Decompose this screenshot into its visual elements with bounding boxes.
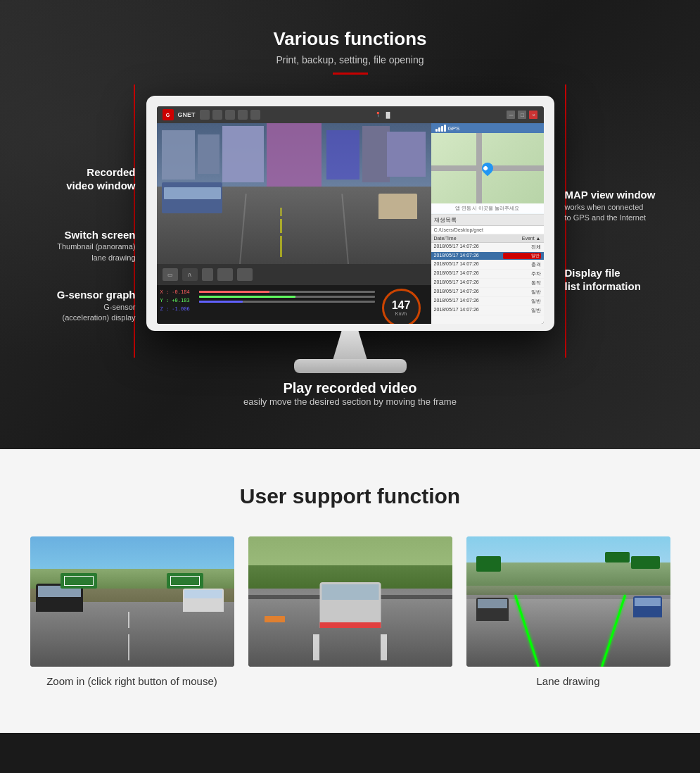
gsensor-x: X : -0.184 xyxy=(160,289,190,295)
toolbar-icon-5[interactable] xyxy=(250,110,260,120)
file-row-0[interactable]: 2018/05/17 14:07:26 전체 xyxy=(431,243,544,252)
img2-line-r xyxy=(381,634,387,660)
gsensor-y-line xyxy=(199,296,296,298)
title-underline xyxy=(333,73,368,75)
col-date: Date/Time xyxy=(434,236,505,241)
img3-sign3 xyxy=(605,552,630,563)
switch-screen-bar: ▭ /\ xyxy=(157,264,431,285)
speed-value: 147 xyxy=(392,300,411,311)
gps-pin xyxy=(482,163,493,174)
img3-sign1 xyxy=(476,556,501,572)
pickup-window xyxy=(184,590,222,598)
annotation-switch-screen: Switch screen Thumbnail (panorama)lane d… xyxy=(13,228,136,263)
file-row-5[interactable]: 2018/05/17 14:07:26 일반 xyxy=(431,288,544,297)
switch-btn-5[interactable] xyxy=(237,268,253,281)
toolbar-icon-1[interactable] xyxy=(200,110,210,120)
pin-shape xyxy=(479,161,495,177)
img1-sign-left xyxy=(61,573,97,589)
switch-btn-3[interactable] xyxy=(202,268,213,281)
gsensor-title: G-sensor graph xyxy=(13,288,136,302)
img2-truck xyxy=(319,582,381,628)
right-panel: GPS xyxy=(431,123,544,324)
functions-subtitle: Print, backup, setting, file opening xyxy=(0,54,700,65)
recorded-video-title: Recordedvideo window xyxy=(13,165,136,193)
annotation-recorded-video: Recordedvideo window xyxy=(13,165,136,193)
gsensor-sub: G-sensor(acceleration) display xyxy=(13,302,136,324)
speedo-circle: 147 Km/h xyxy=(382,289,421,324)
support-item-zoom: Zoom in (click right button of mouse) xyxy=(30,536,234,691)
support-item-lane: Lane drawing xyxy=(466,536,670,691)
close-btn[interactable]: × xyxy=(529,111,537,119)
gsensor-baseline xyxy=(199,291,375,293)
zoom-label: Zoom in (click right button of mouse) xyxy=(30,675,234,687)
main-video-panel: ▭ /\ xyxy=(157,123,431,324)
speedometer: 147 Km/h xyxy=(378,289,424,324)
brand-icon: G xyxy=(163,109,174,120)
img1-line2 xyxy=(128,612,129,627)
toolbar-icons xyxy=(200,110,260,120)
building-3 xyxy=(222,126,264,182)
building-7 xyxy=(387,132,426,177)
file-event-1: 일반 xyxy=(503,253,540,259)
minimize-btn[interactable]: ─ xyxy=(507,111,515,119)
play-section: Play recorded video easily move the desi… xyxy=(146,380,554,407)
file-row-6[interactable]: 2018/05/17 14:07:26 일반 xyxy=(431,297,544,306)
switch-btn-4[interactable] xyxy=(217,268,233,281)
file-date-6: 2018/05/17 14:07:26 xyxy=(434,298,505,305)
annotation-display-file: Display filelist information xyxy=(565,266,688,294)
road-vertical xyxy=(476,133,482,203)
video-display xyxy=(157,123,431,264)
truck-window xyxy=(322,584,378,601)
switch-screen-title: Switch screen xyxy=(13,228,136,242)
switch-btn-1[interactable]: ▭ xyxy=(163,268,178,281)
building-6 xyxy=(362,126,390,182)
top-section: Various functions Print, backup, setting… xyxy=(0,0,700,449)
maximize-btn[interactable]: □ xyxy=(518,111,526,119)
file-event-6: 일반 xyxy=(505,298,541,305)
car-right xyxy=(378,194,417,219)
file-path: C:/Users/Desktop/gnet xyxy=(431,226,544,234)
toolbar-icon-2[interactable] xyxy=(212,110,222,120)
file-row-7[interactable]: 2018/05/17 14:07:26 일반 xyxy=(431,306,544,315)
software-titlebar: G GNET xyxy=(157,106,544,123)
lane-mark-1 xyxy=(280,236,282,257)
file-event-5: 일반 xyxy=(505,289,541,296)
gsensor-z-line xyxy=(199,301,243,303)
img3-car-right xyxy=(633,596,662,617)
building-2 xyxy=(198,134,219,174)
right-annotations: MAP view window works when connectedto G… xyxy=(554,181,688,321)
file-date-3: 2018/05/17 14:07:26 xyxy=(434,270,505,277)
rear-label xyxy=(248,675,452,691)
stand-neck xyxy=(329,331,371,359)
speed-unit: Km/h xyxy=(395,311,407,316)
file-row-2[interactable]: 2018/05/17 14:07:26 충격 xyxy=(431,260,544,270)
map-view-title: MAP view window xyxy=(565,188,688,202)
monitor-container: G GNET xyxy=(146,96,554,407)
gps-instruction: 앱 연동 시 이곳을 눌러주세요 xyxy=(431,203,544,213)
titlebar-left: G GNET xyxy=(163,109,260,120)
lane-mark-2 xyxy=(280,219,282,233)
img2-line-l xyxy=(313,634,319,660)
file-list-panel: 재생목록 C:/Users/Desktop/gnet Date/Time Eve… xyxy=(431,215,544,324)
file-row-3[interactable]: 2018/05/17 14:07:26 주차 xyxy=(431,270,544,279)
play-subtitle: easily move the desired section by movin… xyxy=(146,396,554,407)
sign-inner xyxy=(64,576,94,585)
left-annotations: Recordedvideo window Switch screen Thumb… xyxy=(13,158,146,345)
gsensor-z-baseline xyxy=(199,301,375,303)
titlebar-right: ─ □ × xyxy=(507,111,537,119)
toolbar-icon-3[interactable] xyxy=(225,110,235,120)
file-event-4: 동작 xyxy=(505,279,541,287)
file-row-4[interactable]: 2018/05/17 14:07:26 동작 xyxy=(431,279,544,288)
various-functions-header: Various functions Print, backup, setting… xyxy=(0,28,700,75)
gps-panel: GPS xyxy=(431,123,544,215)
file-table-header: Date/Time Event ▲ xyxy=(431,234,544,243)
img3-sign2 xyxy=(631,556,660,570)
switch-btn-2[interactable]: /\ xyxy=(182,268,198,281)
bottom-section: User support function xyxy=(0,449,700,733)
img2-barrier xyxy=(265,616,285,622)
file-row-1[interactable]: 2018/05/17 14:07:26 일반 xyxy=(431,252,544,260)
monitor: G GNET xyxy=(146,96,554,331)
file-date-0: 2018/05/17 14:07:26 xyxy=(434,244,505,251)
bus-vehicle xyxy=(162,182,222,213)
toolbar-icon-4[interactable] xyxy=(238,110,248,120)
